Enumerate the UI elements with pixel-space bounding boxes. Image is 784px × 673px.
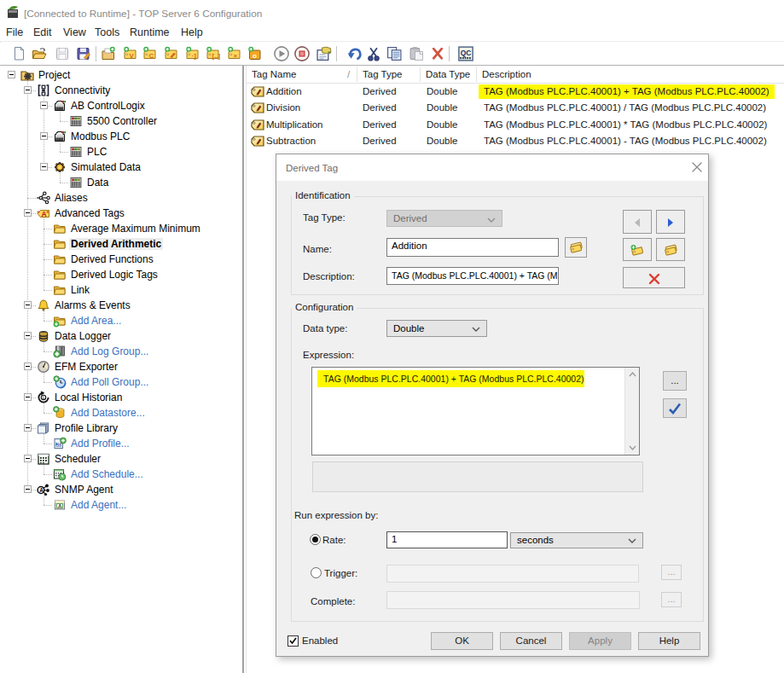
svg-text:e: e (38, 209, 40, 214)
svg-text:QC: QC (461, 49, 472, 57)
svg-text:o: o (253, 52, 257, 60)
svg-text:V: V (130, 52, 135, 60)
svg-text:L: L (43, 395, 45, 400)
svg-text:+: + (46, 209, 49, 214)
svg-text:JS: JS (56, 443, 61, 447)
svg-text:[..]: [..] (212, 52, 221, 60)
svg-text:×: × (234, 52, 238, 60)
svg-text:C: C (149, 52, 154, 60)
svg-text:·]: ·] (192, 52, 197, 60)
svg-text:A: A (58, 503, 61, 508)
